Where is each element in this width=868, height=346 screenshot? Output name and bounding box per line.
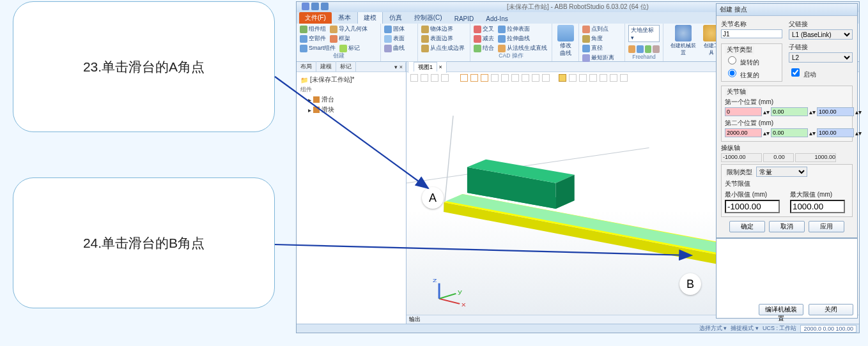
status-selmode[interactable]: 选择方式 ▾ <box>699 324 727 333</box>
quick-access-toolbar[interactable] <box>302 3 329 10</box>
child-link-select[interactable]: L2 <box>789 52 853 63</box>
coord-select[interactable]: 大地坐标 ▾ <box>628 25 660 42</box>
svg-text:x: x <box>461 301 466 308</box>
create-joint-panel: 创建 接点 关节名称 父链接 L1 (BaseLink) 关节类型 旋转的 往 <box>716 3 858 238</box>
rbtn-modify-curve[interactable]: 修改曲线 <box>555 25 575 57</box>
snap-active-icon[interactable] <box>559 74 566 82</box>
apply-button[interactable]: 应用 <box>809 221 844 232</box>
min-limit-label: 最小限值 (mm) <box>725 190 784 199</box>
min-limit-input[interactable] <box>725 200 780 213</box>
freehand-jog-icon[interactable] <box>645 45 652 53</box>
rbtn-from-points[interactable]: 从点生成边界 <box>421 44 467 52</box>
tree-item-slider[interactable]: ▸ 滑块 <box>299 105 403 115</box>
child-link-label: 子链接 <box>789 43 853 52</box>
pos2-label: 第二个位置 (mm) <box>725 119 849 128</box>
mechanism-lower-panel: 编译机械装置 关闭 <box>716 238 858 319</box>
callout-text: 24.单击滑台的B角点 <box>83 234 205 252</box>
status-snapmode[interactable]: 捕捉模式 ▾ <box>731 324 759 333</box>
active-checkbox[interactable] <box>791 68 800 77</box>
freehand-multi-icon[interactable] <box>653 45 660 53</box>
cancel-button[interactable]: 取消 <box>769 221 805 232</box>
rbtn-surface[interactable]: 表面 <box>384 34 414 43</box>
max-limit-input[interactable] <box>790 200 845 213</box>
rbtn-surface-border[interactable]: 表面边界 <box>421 34 467 43</box>
rbtn-diameter[interactable]: 直径 <box>582 44 603 52</box>
tab-modeling[interactable]: 建模 <box>357 11 383 24</box>
jog-max: 1000.00 <box>795 153 836 162</box>
rbtn-angle[interactable]: 角度 <box>582 34 603 43</box>
parent-link-select[interactable]: L1 (BaseLink) <box>789 29 853 40</box>
joint-type-rotational[interactable] <box>728 56 736 64</box>
ok-button[interactable]: 确定 <box>729 221 765 232</box>
joint-type-prismatic[interactable] <box>728 69 736 77</box>
joint-limit-label: 关节限值 <box>725 179 849 188</box>
rbtn-smart-component[interactable]: Smart组件 <box>300 44 336 52</box>
rbtn-subtract[interactable]: 减去 <box>474 34 494 43</box>
jog-axis-label: 操纵轴 <box>721 144 853 153</box>
rbtn-component-group[interactable]: 组件组 <box>300 25 326 33</box>
rbtn-curve[interactable]: 曲线 <box>384 44 414 52</box>
rbtn-union[interactable]: 结合 <box>474 44 494 52</box>
rbtn-line-from-normal[interactable]: 从法线生成直线 <box>498 44 547 52</box>
tree-tab-modeling[interactable]: 建模 <box>316 61 336 72</box>
part-icon <box>313 96 320 103</box>
tab-controller[interactable]: 控制器(C) <box>408 12 448 24</box>
rbtn-intersect[interactable]: 交叉 <box>474 25 494 33</box>
app-window: [未保存工作站] - ABB RobotStudio 6.03.02 (64 位… <box>296 1 860 333</box>
svg-line-1 <box>444 116 453 212</box>
rbtn-extrude-curve[interactable]: 拉伸曲线 <box>498 34 530 43</box>
freehand-rotate-icon[interactable] <box>637 45 644 53</box>
joint-type-label: 关节类型 <box>725 46 754 54</box>
pos1-label: 第一个位置 (mm) <box>725 98 849 107</box>
panel-title: 创建 接点 <box>717 4 857 16</box>
ribbon-group-label-cad: CAD 操作 <box>474 52 548 60</box>
tab-rapid[interactable]: RAPID <box>449 14 480 24</box>
pos2-x[interactable] <box>725 128 762 137</box>
tree-pane: 布局 建模 标记 ▾ × 📁 [未保存工作站]* 组件 ▸ 滑台 ▸ 滑块 <box>297 62 407 324</box>
freehand-move-icon[interactable] <box>628 45 635 53</box>
pos2-z[interactable] <box>817 128 854 137</box>
pos1-z[interactable] <box>817 107 854 116</box>
rbtn-body-border[interactable]: 物体边界 <box>421 25 467 33</box>
close-button[interactable]: 关闭 <box>809 304 853 315</box>
limit-type-select[interactable]: 常量 <box>756 167 807 177</box>
rbtn-shortest[interactable]: 最短距离 <box>582 54 614 62</box>
window-title: [未保存工作站] - ABB RobotStudio 6.03.02 (64 位… <box>507 3 649 10</box>
tab-simulation[interactable]: 仿真 <box>384 12 408 24</box>
tree-tab-tags[interactable]: 标记 <box>336 61 356 72</box>
tree-group-label: 组件 <box>299 85 403 94</box>
tree-pane-tabs: 布局 建模 标记 ▾ × <box>297 62 406 72</box>
tree-pane-dropdown-icon[interactable]: ▾ × <box>392 63 406 71</box>
redo-icon[interactable] <box>321 3 329 10</box>
pos1-x[interactable] <box>725 107 762 116</box>
svg-line-11 <box>439 299 460 304</box>
status-ucs: UCS : 工作站 <box>763 324 797 333</box>
save-icon[interactable] <box>302 3 309 10</box>
undo-icon[interactable] <box>311 3 319 10</box>
rbtn-frame[interactable]: 框架 <box>330 34 350 43</box>
jog-cur[interactable]: 0.00 <box>763 153 794 162</box>
callout-text: 23.单击滑台的A角点 <box>83 58 205 76</box>
pos2-y[interactable] <box>771 128 808 137</box>
limit-type-label: 限制类型 <box>725 169 754 177</box>
tree-root[interactable]: 📁 [未保存工作站]* <box>299 75 403 85</box>
rbtn-extrude-surface[interactable]: 拉伸表面 <box>498 25 530 33</box>
rbtn-tag[interactable]: 标记 <box>339 44 360 52</box>
rbtn-create-mechanism[interactable]: 创建机械装置 <box>667 25 699 56</box>
rbtn-import-geometry[interactable]: 导入几何体 <box>330 25 368 33</box>
tab-addins[interactable]: Add-Ins <box>480 14 513 24</box>
compile-mechanism-button[interactable]: 编译机械装置 <box>759 304 803 315</box>
tree-item-slide-table[interactable]: ▸ 滑台 <box>299 94 403 105</box>
tab-file[interactable]: 文件(F) <box>299 12 332 24</box>
callout-step-24: 24.单击滑台的B角点 <box>13 177 275 308</box>
rbtn-empty-part[interactable]: 空部件 <box>300 34 326 43</box>
joint-name-input[interactable] <box>721 29 782 38</box>
pos1-y[interactable] <box>771 107 808 116</box>
ribbon-group-label-freehand: Freehand <box>628 54 660 60</box>
tree-tab-layout[interactable]: 布局 <box>297 61 316 72</box>
rbtn-solid[interactable]: 固体 <box>384 25 414 33</box>
ribbon-group-label-create: 创建 <box>300 52 377 60</box>
tab-basic[interactable]: 基本 <box>332 12 357 24</box>
view-tab-1[interactable]: 视图1 × <box>408 61 447 73</box>
rbtn-point-to-point[interactable]: 点到点 <box>582 25 608 33</box>
